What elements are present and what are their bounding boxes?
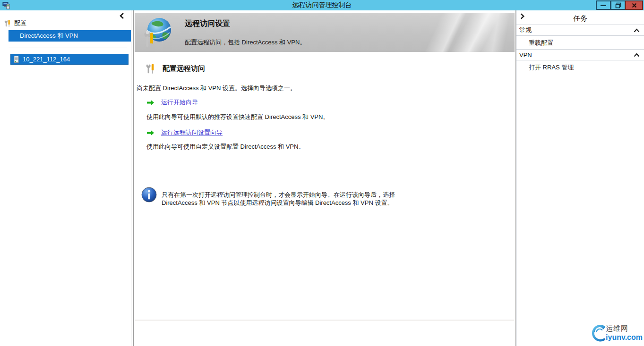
tree-item-directaccess-vpn[interactable]: DirectAccess 和 VPN [9, 30, 131, 42]
tasks-pane-title: 任务 [516, 14, 644, 23]
minimize-icon [601, 5, 606, 6]
collapse-pane-chevron-icon[interactable] [119, 12, 126, 20]
info-note-line2: DirectAccess 和 VPN 节点以使用远程访问设置向导编辑 Direc… [162, 199, 395, 207]
minimize-button[interactable] [596, 0, 610, 10]
task-section-general[interactable]: 常规 [516, 25, 644, 36]
info-note-text: 只有在第一次打开远程访问管理控制台时，才会显示开始向导。在运行该向导后，选择 D… [162, 187, 395, 207]
wizard-description: 使用此向导可使用自定义设置配置 DirectAccess 和 VPN。 [146, 143, 304, 151]
chevron-up-icon [634, 28, 640, 33]
remote-access-console-window: 远程访问管理控制台 [0, 0, 644, 346]
watermark-texts: 运维网 iyunv.com [606, 324, 643, 342]
title-bar: 远程访问管理控制台 [0, 0, 644, 10]
tree-item-server[interactable]: 10_221_112_164 [10, 54, 129, 65]
banner-decoration [382, 13, 515, 52]
restore-button[interactable] [610, 0, 625, 10]
watermark-name: 运维网 [606, 324, 643, 333]
page-banner: 远程访问设置 配置远程访问，包括 DirectAccess 和 VPN。 [135, 13, 515, 52]
server-icon [14, 56, 19, 63]
tools-icon [145, 61, 156, 76]
main-content-pane: 远程访问设置 配置远程访问，包括 DirectAccess 和 VPN。 配置远… [133, 10, 516, 346]
task-section-vpn[interactable]: VPN [516, 49, 644, 60]
navigation-pane: 配置 DirectAccess 和 VPN 10_221_112_164 [0, 10, 131, 346]
configure-remote-access-heading: 配置远程访问 [145, 61, 205, 76]
task-section-label: VPN [519, 51, 532, 59]
info-note-line1: 只有在第一次打开远程访问管理控制台时，才会显示开始向导。在运行该向导后，选择 [162, 191, 395, 199]
banner-title: 远程访问设置 [185, 19, 230, 29]
green-arrow-icon [146, 100, 155, 106]
intro-text: 尚未配置 DirectAccess 和 VPN 设置。选择向导选项之一。 [137, 84, 296, 93]
green-arrow-icon [146, 130, 155, 136]
window-title: 远程访问管理控制台 [0, 1, 644, 9]
bottom-separator [135, 320, 514, 321]
run-getting-started-wizard-row: 运行开始向导 [146, 98, 198, 107]
run-remote-access-setup-wizard-link[interactable]: 运行远程访问设置向导 [161, 128, 223, 137]
tree-node-configuration[interactable]: 配置 [4, 19, 26, 27]
tools-icon [4, 19, 11, 27]
window-controls [596, 0, 643, 10]
task-section-label: 常规 [519, 26, 532, 34]
task-reload-configuration[interactable]: 重载配置 [529, 39, 553, 47]
server-item-label: 10_221_112_164 [23, 56, 70, 63]
wizard-description: 使用此向导可使用默认的推荐设置快速配置 DirectAccess 和 VPN。 [146, 113, 329, 121]
info-icon [141, 187, 157, 203]
restore-icon [615, 2, 621, 8]
section-title: 配置远程访问 [163, 64, 205, 73]
tasks-pane: 任务 常规 重载配置 VPN 打开 RRAS 管理 [516, 10, 644, 346]
tree-separator [9, 48, 127, 48]
banner-subtitle: 配置远程访问，包括 DirectAccess 和 VPN。 [185, 38, 306, 47]
remote-access-globe-icon [142, 17, 173, 51]
close-button[interactable] [625, 0, 643, 10]
iyunv-watermark: 运维网 iyunv.com [590, 320, 643, 346]
close-icon [632, 3, 637, 8]
run-remote-access-setup-wizard-row: 运行远程访问设置向导 [146, 128, 223, 137]
info-note: 只有在第一次打开远程访问管理控制台时，才会显示开始向导。在运行该向导后，选择 D… [141, 187, 395, 207]
tree-node-label: 配置 [14, 19, 26, 27]
run-getting-started-wizard-link[interactable]: 运行开始向导 [161, 98, 198, 107]
task-open-rras-management[interactable]: 打开 RRAS 管理 [529, 63, 574, 72]
tree-item-label: DirectAccess 和 VPN [20, 32, 78, 40]
chevron-up-icon [634, 53, 640, 57]
watermark-domain: iyunv.com [606, 333, 643, 342]
